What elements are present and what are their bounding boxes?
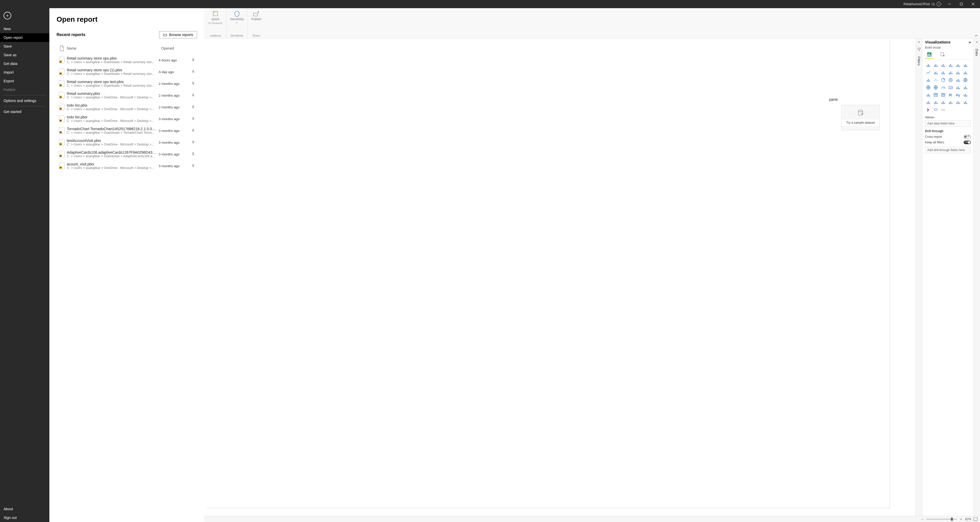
recent-reports-title: Recent reports: [57, 32, 86, 37]
window-minimize-button[interactable]: [943, 0, 955, 8]
close-icon: [972, 3, 975, 6]
report-filename: todo list.pbix: [67, 115, 159, 119]
backstage-item-export[interactable]: Export: [0, 77, 49, 86]
pbix-file-icon: [59, 139, 64, 146]
recent-report-row[interactable]: TornadoChart.TornadoChart1452517688218.2…: [57, 125, 197, 136]
pin-button[interactable]: [189, 58, 197, 62]
recent-report-row[interactable]: todo list.pbixC: > Users > asanglikar > …: [57, 101, 197, 113]
backstage-item-get-started[interactable]: Get started: [0, 107, 49, 116]
report-filename: testAccountVisit.pbix: [67, 138, 159, 143]
recent-reports-list: Retail summary store ops.pbixC: > Users …: [57, 54, 197, 522]
backstage-item-sign-out[interactable]: Sign out: [0, 513, 49, 522]
report-opened: 3 months ago: [159, 164, 189, 168]
pin-button[interactable]: [189, 152, 197, 156]
pin-button[interactable]: [189, 93, 197, 97]
recent-report-row[interactable]: Retail summary store ops.pbixC: > Users …: [57, 54, 197, 66]
file-icon: [59, 46, 64, 51]
browse-reports-button[interactable]: Browse reports: [159, 31, 197, 38]
backstage-item-import[interactable]: Import: [0, 68, 49, 77]
report-filepath: C: > Users > asanglikar > Downloads > Re…: [67, 84, 159, 87]
svg-rect-4: [960, 3, 963, 5]
pbix-file-icon: [59, 104, 64, 110]
report-filename: Retail summary store ops (1).pbix: [67, 68, 159, 72]
recent-report-row[interactable]: todo list.pbixC: > Users > asanglikar > …: [57, 113, 197, 125]
recent-report-row[interactable]: acount_visit.pbixC: > Users > asanglikar…: [57, 160, 197, 172]
report-filename: TornadoChart.TornadoChart1452517688218.2…: [67, 127, 159, 131]
pin-button[interactable]: [189, 129, 197, 133]
window-maximize-button[interactable]: [955, 0, 967, 8]
account-indicator[interactable]: RetailAuroraCIPool: [904, 2, 941, 6]
backstage-item-open-report[interactable]: Open report: [0, 33, 49, 42]
maximize-icon: [960, 3, 963, 6]
report-filepath: C: > Users > asanglikar > Downloads > Re…: [67, 72, 159, 76]
column-name-header: Name: [67, 46, 161, 50]
pin-button[interactable]: [189, 117, 197, 121]
report-filepath: C: > Users > asanglikar > OneDrive - Mic…: [67, 119, 159, 123]
report-opened: 2 months ago: [159, 94, 189, 97]
report-opened: 4 hours ago: [159, 58, 189, 62]
backstage-item-publish: Publish: [0, 86, 49, 94]
pin-button[interactable]: [189, 70, 197, 74]
arrow-left-icon: [6, 14, 9, 17]
page-title: Open report: [57, 15, 197, 24]
report-filename: Retail summary.pbix: [67, 92, 159, 95]
backstage-content: Open report Recent reports Browse report…: [49, 8, 204, 522]
report-filepath: C: > Users > asanglikar > OneDrive - Mic…: [67, 95, 159, 99]
pin-button[interactable]: [189, 81, 197, 86]
minimize-icon: [948, 3, 951, 6]
recent-list-header: Name Opened: [57, 44, 197, 54]
avatar-icon: [937, 2, 941, 6]
window-titlebar: RetailAuroraCIPool: [0, 0, 980, 8]
backstage-item-get-data[interactable]: Get data: [0, 59, 49, 68]
report-filename: AdaptiveCards106.adaptiveCards1267F9A029…: [67, 150, 159, 154]
pin-button[interactable]: [189, 105, 197, 109]
report-filepath: C: > Users > asanglikar > Downloads > Ad…: [67, 154, 159, 158]
recent-report-row[interactable]: Retail summary store ops (1).pbixC: > Us…: [57, 66, 197, 78]
recent-report-row[interactable]: Retail summary store ops test.pbixC: > U…: [57, 78, 197, 89]
report-filename: Retail summary store ops.pbix: [67, 56, 159, 60]
pbix-file-icon: [59, 116, 64, 122]
report-filename: acount_visit.pbix: [67, 162, 159, 166]
pin-button[interactable]: [189, 164, 197, 168]
report-filename: Retail summary store ops test.pbix: [67, 80, 159, 84]
pbix-file-icon: [59, 80, 64, 87]
backstage-item-options-and-settings[interactable]: Options and settings: [0, 96, 49, 105]
report-opened: A day ago: [159, 70, 189, 74]
pbix-file-icon: [59, 127, 64, 134]
report-opened: 3 months ago: [159, 117, 189, 121]
pbix-file-icon: [59, 57, 64, 63]
report-opened: 3 months ago: [159, 141, 189, 144]
report-opened: 3 months ago: [159, 152, 189, 156]
recent-report-row[interactable]: AdaptiveCards106.adaptiveCards1267F9A029…: [57, 148, 197, 160]
pbix-file-icon: [59, 92, 64, 99]
window-close-button[interactable]: [967, 0, 979, 8]
report-filename: todo list.pbix: [67, 103, 159, 107]
report-opened: 3 months ago: [159, 129, 189, 133]
backstage-item-about[interactable]: About: [0, 505, 49, 513]
backstage-item-save-as[interactable]: Save as: [0, 51, 49, 59]
pbix-file-icon: [59, 151, 64, 157]
report-filepath: C: > Users > asanglikar > OneDrive - Mic…: [67, 166, 159, 170]
backstage-item-save[interactable]: Save: [0, 42, 49, 51]
report-filepath: C: > Users > asanglikar > OneDrive - Mic…: [67, 107, 159, 111]
report-opened: 2 months ago: [159, 105, 189, 109]
report-filepath: C: > Users > asanglikar > OneDrive - Mic…: [67, 143, 159, 146]
browse-reports-label: Browse reports: [169, 33, 193, 37]
svg-point-2: [938, 3, 939, 4]
report-opened: 2 months ago: [159, 82, 189, 86]
column-opened-header: Opened: [161, 46, 197, 50]
recent-report-row[interactable]: testAccountVisit.pbixC: > Users > asangl…: [57, 136, 197, 148]
account-devices-icon: [931, 2, 935, 6]
pbix-file-icon: [59, 163, 64, 169]
recent-report-row[interactable]: Retail summary.pbixC: > Users > asanglik…: [57, 89, 197, 101]
backstage-sidebar: NewOpen reportSaveSave asGet dataImportE…: [0, 8, 49, 522]
pbix-file-icon: [59, 68, 64, 75]
back-button[interactable]: [3, 12, 11, 19]
pin-button[interactable]: [189, 140, 197, 144]
file-backstage: NewOpen reportSaveSave asGet dataImportE…: [0, 8, 980, 522]
report-filepath: C: > Users > asanglikar > Downloads > Re…: [67, 60, 159, 64]
report-filepath: C: > Users > asanglikar > Downloads > To…: [67, 131, 159, 135]
folder-open-icon: [163, 33, 167, 36]
account-name: RetailAuroraCIPool: [904, 2, 930, 6]
backstage-item-new[interactable]: New: [0, 25, 49, 33]
